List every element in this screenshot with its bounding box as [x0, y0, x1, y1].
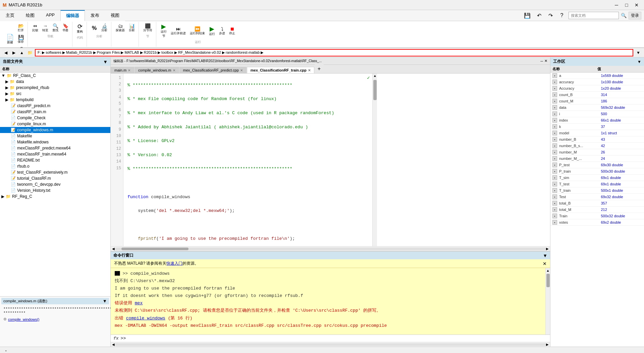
workspace-row[interactable]: ▪ count_M 186 [550, 98, 644, 104]
workspace-row[interactable]: ▪ i 500 [550, 111, 644, 117]
address-path[interactable]: F: ▶ softwares ▶ Matlab_R2021b ▶ Program… [35, 49, 633, 56]
search-docs-input[interactable] [569, 12, 619, 19]
tree-item-version-history[interactable]: 📄 Version_History.txt [0, 187, 110, 193]
tab-plot[interactable]: 绘图 [20, 10, 40, 21]
workspace-row[interactable]: ▪ k 37 [550, 124, 644, 130]
tree-item-classRF-train[interactable]: 📝 classRF_train.m [0, 109, 110, 115]
workspace-toggle[interactable]: ▼ [637, 59, 641, 64]
find-button[interactable]: 🔍查找 [51, 23, 60, 34]
workspace-row[interactable]: ▪ data 569x32 double [550, 104, 644, 111]
tab-predict-cpp[interactable]: mex_ClassificationRF_predict.cpp ✕ [179, 67, 247, 73]
workspace-row[interactable]: ▪ T_sim 69x1 double [550, 175, 644, 181]
undo-btn[interactable]: ↶ [534, 11, 544, 20]
run-advance-button[interactable]: ⏭运行并前进 [169, 26, 187, 37]
stop-button[interactable]: ⏹停止 [227, 26, 237, 37]
editor-close-btn[interactable]: ✕ [544, 59, 547, 63]
workspace-row[interactable]: ▪ P_train 500x30 double [550, 168, 644, 175]
minimize-button[interactable]: ─ [612, 2, 621, 8]
command-input[interactable] [128, 336, 547, 341]
run-to-end-button[interactable]: ⏩运行到结束 [188, 26, 207, 37]
open-button[interactable]: 📂打开 [16, 23, 25, 34]
workspace-row[interactable]: ▪ accuracy 1x100 double [550, 79, 644, 85]
workspace-row[interactable]: ▪ number_M_... 24 [550, 156, 644, 162]
tree-item-classRF-predict[interactable]: 📝 classRF_predict.m [0, 103, 110, 109]
login-button[interactable]: 登录 [629, 12, 641, 19]
editor-minimize-btn[interactable]: ─ [540, 59, 543, 63]
workspace-row[interactable]: ▪ number_B 43 [550, 136, 644, 143]
search-docs-button[interactable]: 🔍 [621, 13, 627, 18]
close-button[interactable]: ✕ [632, 2, 641, 8]
tab-compile-windows[interactable]: compile_windows.m ✕ [135, 67, 179, 73]
cmd-hscrollbar[interactable]: ◀ ▶ [111, 342, 550, 347]
sidebar-close[interactable]: ▼ [103, 59, 108, 64]
tree-item-precompiled[interactable]: ▶ 📁 precompiled_rfsub [0, 85, 110, 91]
cmd-hscroll-track[interactable] [115, 343, 546, 346]
workspace-row[interactable]: ▪ T_test 69x1 double [550, 181, 644, 187]
workspace-row[interactable]: ▪ T_train 500x1 double [550, 187, 644, 194]
tab-predict-cpp-close[interactable]: ✕ [240, 69, 243, 72]
command-close-btn[interactable]: ▼ [543, 253, 547, 258]
workspace-row[interactable]: ▪ Train 500x32 double [550, 213, 644, 219]
command-vscrollbar[interactable]: ▲ [545, 268, 550, 335]
workspace-row[interactable]: ▪ P_test 69x30 double [550, 162, 644, 168]
workspace-row[interactable]: ▪ model 1x1 struct [550, 130, 644, 136]
tab-editor[interactable]: 编辑器 [60, 10, 85, 21]
scroll-thumb[interactable] [373, 80, 377, 100]
notif-close-btn[interactable]: ✕ [543, 261, 547, 266]
tree-item-compile-linux[interactable]: 📝 compile_linux.m [0, 121, 110, 127]
help-btn[interactable]: ? [557, 11, 567, 19]
compare-button[interactable]: ⇔比较 [31, 23, 40, 34]
step-button[interactable]: ⤵步进 [217, 26, 227, 37]
save-button[interactable]: 💾保存 [16, 34, 25, 45]
tab-add[interactable]: + [315, 64, 324, 73]
workspace-row[interactable]: ▪ count_B 314 [550, 92, 644, 98]
tree-item-readme[interactable]: 📄 README.txt [0, 157, 110, 163]
workspace-row[interactable]: ▪ number_M 26 [550, 149, 644, 156]
tree-item-compile-check[interactable]: 📄 Compile_Check [0, 115, 110, 121]
tab-main-close[interactable]: ✕ [128, 69, 130, 72]
code-hscrollbar[interactable]: ◀ ▶ [111, 246, 550, 251]
redo-btn[interactable]: ↷ [546, 11, 555, 20]
path-dropdown-button[interactable]: ▼ [635, 49, 642, 56]
tab-app[interactable]: APP [40, 10, 60, 21]
tree-item-makefile-windows[interactable]: 📄 Makefile.windows [0, 139, 110, 145]
cmd-hscroll-left[interactable]: ◀ [112, 343, 115, 346]
tree-item-mexclassrf-train[interactable]: 📄 mexClassRF_train.mexw64 [0, 151, 110, 157]
analysis2-button[interactable]: 📊分析 [127, 23, 137, 34]
workspace-row[interactable]: ▪ votes 69x2 double [550, 219, 644, 226]
cmd-scroll-up[interactable]: ▲ [546, 269, 550, 272]
section-break-button[interactable]: ⬛分节符 [142, 23, 154, 34]
tab-home[interactable]: 主页 [0, 10, 20, 21]
refactor-button[interactable]: ⟳重构 [75, 23, 85, 35]
scroll-up-btn[interactable]: ▲ [373, 74, 377, 79]
tree-item-RF_Class_C[interactable]: ▼ 📁 RF_Class_C [0, 73, 110, 79]
compile-error-link[interactable]: compile_windows [126, 316, 165, 321]
workspace-row[interactable]: ▪ total_B 357 [550, 200, 644, 207]
tab-view[interactable]: 视图 [105, 10, 125, 21]
bookmark-button[interactable]: 🔖书签 [61, 23, 70, 34]
code-editor[interactable]: 12345 678910 1112131415 % **************… [111, 74, 550, 246]
tree-item-compile-windows[interactable]: 📝 compile_windows.m [0, 127, 110, 133]
tree-item-src[interactable]: ▶ 📁 src [0, 91, 110, 97]
bottom-panel-toggle[interactable]: ▼ [103, 299, 107, 304]
new-button[interactable]: 📄新建 [5, 33, 15, 46]
tree-item-makefile[interactable]: 📄 Makefile [0, 133, 110, 139]
back-button[interactable]: ◀ [2, 49, 9, 56]
tree-item-tempbuild[interactable]: ▶ 📁 tempbuild [0, 97, 110, 103]
analyze-button[interactable]: 🔬分析 [100, 23, 109, 34]
tree-item-tutorial[interactable]: 📝 tutorial_ClassRF.m [0, 175, 110, 181]
save-toolbar-btn[interactable]: 💾 [522, 11, 532, 20]
tree-item-rfsub[interactable]: 📄 rfsub.o [0, 163, 110, 169]
browse-button[interactable]: 📁 [26, 49, 34, 56]
explorer-button[interactable]: 🗂探索器 [114, 23, 126, 34]
tab-compile-windows-close[interactable]: ✕ [173, 69, 175, 72]
forward-button[interactable]: ▶ [10, 49, 17, 56]
goto-button[interactable]: →转至 [41, 23, 50, 34]
tree-item-test-classrf[interactable]: 📝 test_ClassRF_extensively.m [0, 169, 110, 175]
tree-item-data[interactable]: ▶ 📁 data [0, 79, 110, 85]
cmd-scroll-thumb[interactable] [546, 274, 550, 287]
mex-error-link[interactable]: mex [135, 301, 143, 306]
tree-item-twonorm[interactable]: 📄 twonorm_C_devcpp.dev [0, 181, 110, 187]
up-button[interactable]: ▲ [18, 49, 25, 56]
notif-link[interactable]: 快速入门 [166, 261, 182, 266]
